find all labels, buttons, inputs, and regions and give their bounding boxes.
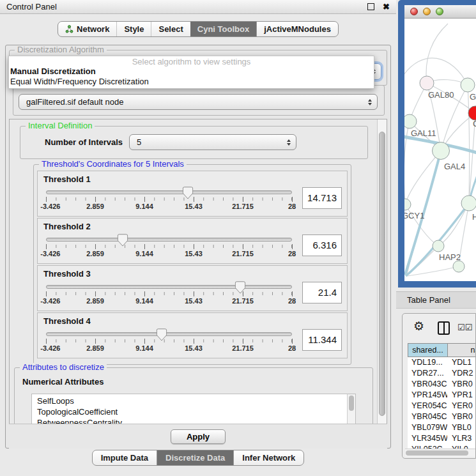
select-columns-checkboxes-icon[interactable]: ☑☑ [457, 323, 472, 332]
tab-label: Select [158, 24, 183, 34]
node[interactable] [461, 78, 475, 92]
node[interactable] [461, 196, 476, 211]
node-gal11[interactable] [404, 114, 417, 128]
scale-label: 28 [288, 250, 296, 257]
tab-label: Infer Network [242, 453, 295, 463]
algorithm-option-equal-width[interactable]: Equal Width/Frequency Discretization [9, 77, 374, 87]
threshold-slider[interactable]: -3.4262.8599.14415.4321.71528 [46, 326, 292, 353]
settings-vertical-scrollbar[interactable] [377, 119, 387, 424]
threshold-slider[interactable]: -3.4262.8599.14415.4321.71528 [46, 185, 292, 211]
cell-name: YBL0 [447, 422, 476, 433]
node-gal4[interactable] [433, 142, 450, 160]
node[interactable] [453, 261, 464, 272]
tab-style[interactable]: Style [116, 22, 151, 36]
scrollbar-thumb[interactable] [406, 450, 468, 456]
node-gal80[interactable] [420, 76, 434, 90]
node-gcy1[interactable] [404, 199, 411, 210]
threshold-slider[interactable]: -3.4262.8599.14415.4321.71528 [46, 279, 292, 305]
table-row[interactable]: YDL19...YDL1 [408, 357, 476, 368]
network-canvas[interactable]: GAL80 GA C GAL11 GAL4 GCY1 H HAP2 [404, 19, 476, 281]
slider-track[interactable] [46, 238, 292, 242]
tab-jactivemnodules[interactable]: jActiveMNodules [256, 22, 338, 36]
slider-handle[interactable] [234, 281, 245, 294]
threshold-value-field[interactable]: 11.344 [302, 329, 342, 351]
algorithm-option-manual[interactable]: Manual Discretization [9, 66, 374, 77]
network-window-frame[interactable]: GAL80 GA C GAL11 GAL4 GCY1 H HAP2 [398, 0, 476, 288]
float-window-icon[interactable] [367, 3, 374, 10]
table-row[interactable]: YPR145WYPR1 [408, 390, 476, 401]
bottom-tab-infer-network[interactable]: Infer Network [233, 450, 303, 465]
scale-label: 9.144 [135, 203, 153, 210]
node-label: GAL4 [444, 162, 465, 171]
bottom-tab-impute-data[interactable]: Impute Data [93, 450, 157, 465]
bottom-tab-discretize-data[interactable]: Discretize Data [157, 450, 233, 465]
table-row[interactable]: YIL052CYIL0 [408, 444, 476, 449]
node-label: GCY1 [404, 211, 424, 220]
cell-shared-name: YDL19... [408, 357, 447, 368]
gear-icon[interactable]: ⚙ [413, 319, 424, 334]
threshold-value-field[interactable]: 6.316 [302, 234, 342, 256]
slider-scale: -3.4262.8599.14415.4321.71528 [46, 203, 292, 211]
attributes-scrollbar[interactable] [347, 394, 355, 424]
threshold-value-field[interactable]: 21.4 [302, 282, 342, 303]
top-tabs: NetworkStyleSelectCyni ToolboxjActiveMNo… [58, 21, 339, 37]
column-header-shared-name[interactable]: shared... [408, 344, 448, 357]
table-data-value: galFiltered.sif default node [26, 97, 123, 107]
close-icon[interactable]: ✖ [383, 2, 390, 12]
cell-shared-name: YBR043C [408, 379, 447, 390]
node-hap2[interactable] [433, 240, 444, 252]
cell-name: YER0 [447, 401, 476, 411]
tab-label: Cyni Toolbox [197, 24, 249, 34]
algorithm-dropdown-popup: Select algorithm to view settings Manual… [8, 56, 374, 89]
slider-track[interactable] [46, 190, 292, 194]
table-data-group: Table Data galFiltered.sif default node [13, 85, 385, 116]
minimize-traffic-light-icon[interactable] [423, 8, 431, 15]
threshold-slider[interactable]: -3.4262.8599.14415.4321.71528 [46, 232, 292, 258]
combo-spinner-icon [368, 99, 372, 105]
scale-label: 21.715 [232, 297, 254, 305]
table-body: YDL19...YDL1YDR27...YDR2YBR043CYBR0YPR14… [408, 357, 476, 449]
cell-shared-name: YER054C [408, 401, 447, 411]
table-data-combobox[interactable]: galFiltered.sif default node [19, 94, 378, 110]
scale-label: -3.426 [40, 297, 60, 305]
tab-label: Impute Data [101, 453, 148, 463]
tab-network[interactable]: Network [58, 22, 116, 36]
table-row[interactable]: YBR045CYBR0 [408, 411, 476, 422]
scale-label: -3.426 [40, 203, 60, 210]
node-label: H [472, 212, 476, 222]
column-header-name[interactable]: na [448, 344, 476, 357]
attribute-item-selfloops[interactable]: SelfLoops [37, 395, 355, 406]
table-row[interactable]: YDR27...YDR2 [408, 368, 476, 379]
slider-track[interactable] [46, 285, 292, 289]
threshold-value-field[interactable]: 14.713 [302, 187, 342, 209]
table-row[interactable]: YLR345WYLR3 [408, 433, 476, 444]
node-label: GAL80 [428, 90, 454, 100]
close-traffic-light-icon[interactable] [410, 8, 418, 15]
scale-label: 9.144 [135, 344, 153, 352]
table-row[interactable]: YBR043CYBR0 [408, 379, 476, 390]
tab-select[interactable]: Select [151, 22, 190, 36]
scrollbar-thumb[interactable] [349, 395, 354, 411]
zoom-traffic-light-icon[interactable] [436, 8, 443, 15]
apply-button[interactable]: Apply [171, 429, 226, 444]
bottom-tabs: Impute DataDiscretize DataInfer Network [92, 450, 305, 466]
cell-name: YPR1 [447, 390, 476, 401]
number-of-intervals-combobox[interactable]: 5 [129, 134, 296, 150]
tab-label: Discretize Data [165, 453, 225, 463]
attribute-item-topologicalcoefficient[interactable]: TopologicalCoefficient [37, 406, 355, 417]
network-icon [65, 25, 73, 33]
slider-handle[interactable] [183, 187, 194, 199]
slider-handle[interactable] [117, 234, 128, 247]
table-horizontal-scrollbar[interactable] [405, 449, 475, 457]
slider-track[interactable] [46, 332, 292, 336]
threshold-panel-3: Threshold 3-3.4262.8599.14415.4321.71528… [37, 265, 348, 311]
scale-label: 21.715 [232, 250, 254, 257]
cell-name: YDR2 [447, 368, 476, 379]
slider-handle[interactable] [157, 328, 167, 341]
table-row[interactable]: YER054CYER0 [408, 401, 476, 411]
tab-cyni-toolbox[interactable]: Cyni Toolbox [190, 22, 256, 36]
scale-label: 2.859 [86, 344, 104, 352]
columns-icon[interactable] [438, 321, 450, 335]
table-row[interactable]: YBL079WYBL0 [408, 422, 476, 433]
scrollbar-thumb[interactable] [379, 132, 385, 416]
